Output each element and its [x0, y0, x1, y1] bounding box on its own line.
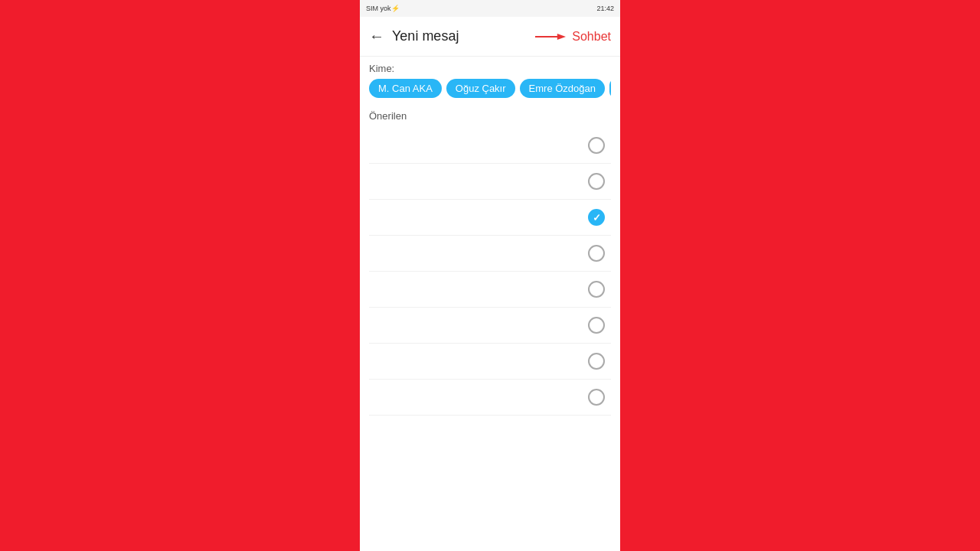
to-field: Kime: M. Can AKA Oğuz Çakır Emre Özdoğan… — [360, 57, 620, 103]
radio-button-1[interactable] — [588, 137, 605, 154]
radio-button-2[interactable] — [588, 173, 605, 190]
list-item[interactable] — [369, 308, 611, 344]
svg-marker-1 — [557, 34, 566, 40]
list-items — [369, 128, 611, 416]
chips-row: M. Can AKA Oğuz Çakır Emre Özdoğan Öme — [369, 79, 611, 98]
nav-bar: ← Yeni mesaj Sohbet — [360, 17, 620, 57]
radio-button-6[interactable] — [588, 317, 605, 334]
radio-button-4[interactable] — [588, 245, 605, 262]
back-button[interactable]: ← — [369, 28, 384, 45]
radio-button-8[interactable] — [588, 389, 605, 406]
list-item[interactable] — [369, 164, 611, 200]
sohbet-button[interactable]: Sohbet — [572, 30, 611, 44]
suggested-label: Önerilen — [369, 110, 611, 122]
list-item[interactable] — [369, 128, 611, 164]
chip-oguz-cakir[interactable]: Oğuz Çakır — [446, 79, 515, 98]
phone-screen: SIM yok⚡ 21:42 ← Yeni mesaj Sohbet Kime:… — [360, 0, 620, 551]
chip-emre-ozdogan[interactable]: Emre Özdoğan — [520, 79, 605, 98]
list-item[interactable] — [369, 200, 611, 236]
radio-button-7[interactable] — [588, 353, 605, 370]
chip-m-can-aka[interactable]: M. Can AKA — [369, 79, 442, 98]
suggested-section: Önerilen — [360, 103, 620, 551]
page-title: Yeni mesaj — [392, 28, 459, 44]
chip-ome[interactable]: Öme — [609, 79, 611, 98]
list-item[interactable] — [369, 236, 611, 272]
to-label: Kime: — [369, 63, 611, 74]
nav-left: ← Yeni mesaj — [369, 28, 459, 45]
radio-button-5[interactable] — [588, 281, 605, 298]
status-left: SIM yok⚡ — [366, 5, 400, 12]
radio-button-3[interactable] — [588, 209, 605, 226]
time-display: 21:42 — [596, 5, 614, 12]
sim-info: SIM yok⚡ — [366, 5, 400, 12]
list-item[interactable] — [369, 272, 611, 308]
arrow-icon — [535, 30, 566, 44]
status-bar: SIM yok⚡ 21:42 — [360, 0, 620, 17]
nav-right: Sohbet — [535, 30, 611, 44]
status-right: 21:42 — [596, 5, 614, 12]
list-item[interactable] — [369, 380, 611, 416]
list-item[interactable] — [369, 344, 611, 380]
